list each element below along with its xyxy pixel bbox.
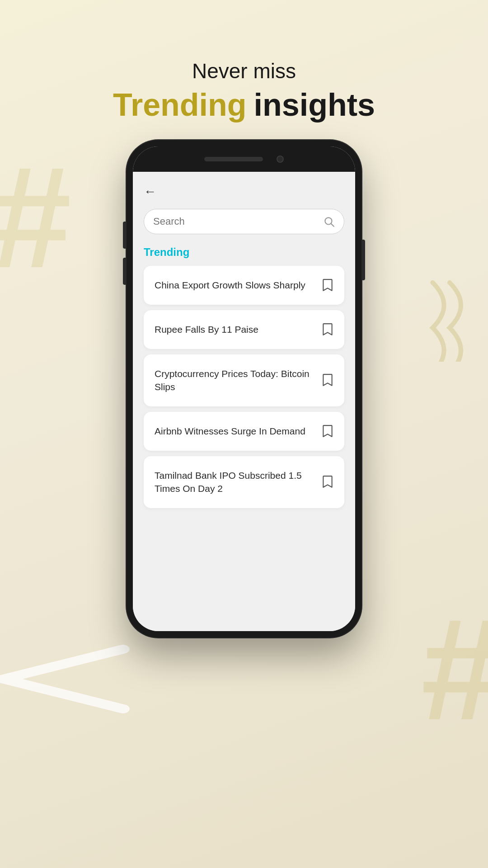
notch-bar: [204, 157, 263, 161]
bookmark-icon-5[interactable]: [322, 475, 333, 489]
header-title-trending: Trending: [113, 87, 247, 123]
bookmark-icon-3[interactable]: [322, 373, 333, 387]
news-item-3-text: Cryptocurrency Prices Today: Bitcoin Sli…: [155, 367, 322, 394]
search-icon: [323, 216, 335, 227]
trending-section-label: Trending: [144, 246, 344, 259]
search-input[interactable]: [153, 216, 323, 227]
news-item-1[interactable]: China Export Growth Slows Sharply: [144, 266, 344, 305]
bg-wave-right: [420, 271, 479, 375]
bg-chevron-left: [0, 638, 138, 732]
back-button[interactable]: ←: [144, 184, 344, 199]
header-subtitle: Never miss: [0, 59, 488, 83]
back-arrow-icon: ←: [144, 184, 156, 199]
news-item-5[interactable]: Tamilnad Bank IPO Subscribed 1.5 Times O…: [144, 456, 344, 508]
news-item-4-text: Airbnb Witnesses Surge In Demand: [155, 425, 322, 438]
bookmark-icon-2[interactable]: [322, 323, 333, 336]
news-item-2-text: Rupee Falls By 11 Paise: [155, 323, 322, 336]
bg-hash-right-bottom: #: [421, 597, 488, 741]
news-item-5-text: Tamilnad Bank IPO Subscribed 1.5 Times O…: [155, 469, 322, 495]
news-item-1-text: China Export Growth Slows Sharply: [155, 278, 322, 292]
bookmark-icon-4[interactable]: [322, 425, 333, 438]
header-title: Trending insights: [0, 87, 488, 123]
search-bar[interactable]: [144, 209, 344, 234]
phone-outer: ← Trending China Export Growth Slows Sha…: [127, 140, 361, 637]
header-title-insights: insights: [254, 87, 375, 123]
phone-container: ← Trending China Export Growth Slows Sha…: [127, 140, 361, 637]
svg-line-1: [331, 224, 334, 226]
news-item-3[interactable]: Cryptocurrency Prices Today: Bitcoin Sli…: [144, 354, 344, 406]
phone-notch: [133, 146, 355, 172]
notch-camera: [277, 156, 284, 163]
news-item-2[interactable]: Rupee Falls By 11 Paise: [144, 310, 344, 349]
bookmark-icon-1[interactable]: [322, 278, 333, 292]
header-text: Never miss Trending insights: [0, 59, 488, 123]
news-list: China Export Growth Slows Sharply Rupee …: [144, 266, 344, 508]
phone-screen: ← Trending China Export Growth Slows Sha…: [133, 172, 355, 631]
bg-hash-left: #: [0, 145, 71, 289]
news-item-4[interactable]: Airbnb Witnesses Surge In Demand: [144, 412, 344, 451]
phone-inner: ← Trending China Export Growth Slows Sha…: [133, 146, 355, 631]
